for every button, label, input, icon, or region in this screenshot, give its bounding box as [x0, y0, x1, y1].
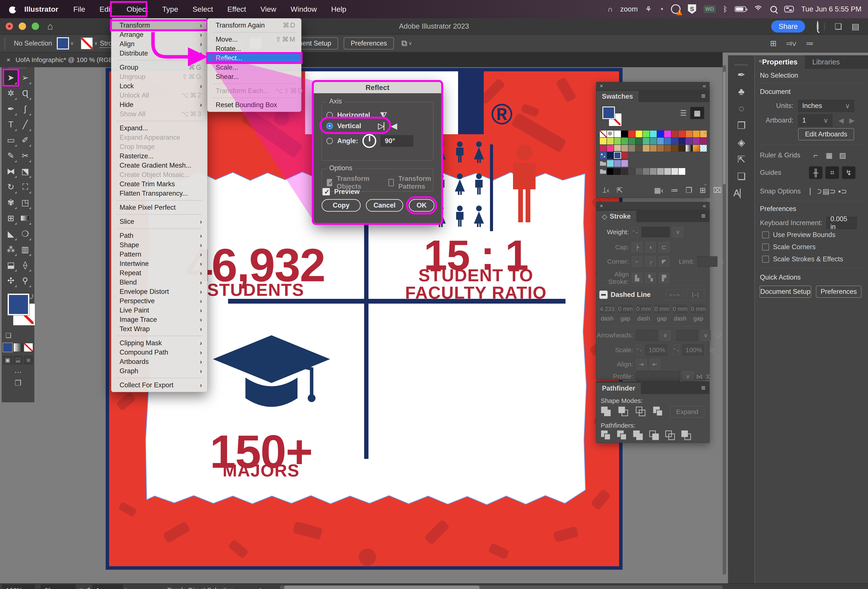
new-group-icon[interactable]: ❐ [685, 186, 692, 194]
headphones-icon[interactable]: ∩ [608, 5, 613, 13]
cancel-button[interactable]: Cancel [366, 199, 403, 212]
menu-item[interactable]: Arrange › [111, 30, 207, 39]
prev-artboard-icon[interactable]: ◀ [838, 116, 844, 124]
list-view-icon[interactable]: ☰ [676, 107, 690, 119]
swatch[interactable] [621, 145, 628, 152]
menu-bar-item[interactable]: Help [324, 0, 353, 18]
rulers-icon[interactable]: ⌐ [809, 149, 822, 162]
show-guides-icon[interactable]: ╫ [809, 166, 822, 179]
swatch[interactable] [635, 168, 642, 175]
transform-patterns-checkbox[interactable] [388, 179, 394, 186]
dash-field[interactable]: 4.233 [599, 304, 615, 314]
unite-icon[interactable] [601, 406, 612, 417]
fill-color-swatch[interactable] [7, 294, 29, 315]
swatch[interactable] [693, 130, 700, 137]
menu-item[interactable]: Blend › [111, 278, 207, 287]
menu-item[interactable]: Transform Each... ⌥⇧⌘D [207, 86, 301, 96]
swatch[interactable] [621, 152, 628, 159]
swatch[interactable] [621, 137, 628, 145]
trim-icon[interactable] [617, 430, 628, 441]
menu-item[interactable]: Image Trace › [111, 315, 207, 324]
snap-grid-icon[interactable]: ▤⊃ [822, 185, 836, 197]
menu-item[interactable]: Envelope Distort › [111, 287, 207, 296]
swatch[interactable] [664, 137, 671, 145]
swatch[interactable] [628, 168, 635, 175]
zoom-window-button[interactable] [32, 22, 39, 30]
swatch-gradient-bw[interactable] [685, 145, 693, 152]
dropdown-icon[interactable]: ∨ [660, 330, 670, 340]
scale-end-field[interactable]: 100% [683, 345, 704, 355]
swatch[interactable] [693, 137, 700, 145]
menu-item[interactable]: Repeat › [111, 268, 207, 278]
menu-item[interactable]: Unlock All ⌥⌘2 [111, 91, 207, 100]
dropdown-icon[interactable]: ∨ [700, 330, 711, 340]
swatch[interactable] [650, 145, 657, 152]
symbols-dock-icon[interactable]: ♣ [728, 83, 754, 100]
creative-cloud-icon[interactable] [671, 4, 681, 14]
edit-artboards-button[interactable]: Edit Artboards [798, 128, 854, 140]
curvature-tool[interactable]: ʃ [18, 101, 32, 117]
slice-tool[interactable]: ⟠ [18, 257, 32, 273]
swatch[interactable] [614, 160, 621, 167]
swatch[interactable] [671, 137, 678, 145]
checkbox[interactable] [762, 256, 769, 263]
arrowhead-end-select[interactable] [677, 330, 697, 340]
hand-tool[interactable]: ✣ [4, 273, 18, 289]
artboard-select[interactable]: 1∨ [798, 114, 833, 127]
new-swatch-icon[interactable]: ⊞ [700, 186, 706, 194]
swap-arrowheads-icon[interactable]: ⇄ [716, 331, 722, 340]
checkbox[interactable] [762, 231, 769, 239]
symbol-sprayer-tool[interactable]: ⁂ [4, 241, 18, 257]
eyedropper-tool[interactable]: ◣ [4, 226, 18, 241]
menu-item[interactable]: Clipping Mask › [111, 338, 207, 348]
angle-radio[interactable] [326, 138, 333, 144]
zoom-level-select[interactable]: 100%∨ [2, 585, 35, 589]
select-similar-dock-icon[interactable]: ◌ [728, 100, 754, 117]
swatch-gradient-orange[interactable] [693, 145, 700, 152]
menu-item[interactable]: Perspective › [111, 296, 207, 306]
menu-item[interactable]: Slice › [111, 217, 207, 226]
preview-checkbox[interactable] [322, 188, 330, 195]
delete-swatch-icon[interactable]: ⌧ [713, 186, 722, 194]
swatch-group-folder[interactable] [599, 160, 607, 167]
swatch[interactable] [628, 145, 635, 152]
menu-bar-item[interactable]: File [66, 0, 93, 18]
swatch[interactable] [685, 130, 693, 137]
spotlight-search-icon[interactable] [771, 6, 777, 12]
swatch[interactable] [607, 160, 614, 167]
grid-view-icon[interactable]: ▦ [690, 107, 704, 119]
angle-dial[interactable] [362, 134, 376, 148]
swatch-pattern-floral[interactable] [599, 152, 607, 159]
swatch[interactable] [599, 145, 607, 152]
minimize-window-button[interactable] [19, 22, 26, 30]
pen-tool[interactable]: ✒ [4, 101, 18, 117]
swatch[interactable] [621, 168, 628, 175]
magic-wand-tool[interactable]: ✲ [4, 85, 18, 101]
ok-button[interactable]: OK [409, 199, 434, 212]
menu-item[interactable]: Rotate... [207, 44, 301, 53]
swatch[interactable] [642, 168, 650, 175]
swatch[interactable] [657, 145, 664, 152]
lock-guides-icon[interactable]: ⌗ [825, 166, 839, 179]
swatch[interactable] [614, 145, 621, 152]
units-select[interactable]: Inches∨ [798, 100, 854, 112]
dashed-line-checkbox[interactable] [599, 291, 608, 299]
menu-bar-item[interactable]: Select [185, 0, 220, 18]
shaper-tool[interactable]: ✾ [4, 195, 18, 211]
dash-preset-1-icon[interactable]: ⌐–¬ [666, 289, 683, 300]
panel-menu-icon[interactable]: ≡ [697, 212, 709, 220]
isolate-icon[interactable]: ⧉ [401, 38, 407, 48]
export-dock-icon[interactable]: ⇱ [728, 151, 754, 168]
swatch[interactable] [657, 168, 664, 175]
menu-item[interactable]: Reflect... [207, 53, 301, 63]
fill-swatch[interactable] [57, 37, 69, 49]
type-tool[interactable]: T [4, 117, 18, 132]
menu-item[interactable]: Hide › [111, 100, 207, 109]
swatch[interactable] [635, 145, 642, 152]
swatch[interactable] [650, 137, 657, 145]
intersect-icon[interactable] [635, 406, 647, 417]
weight-field[interactable] [641, 227, 670, 237]
artboard-nav-select[interactable]: 1∨ [93, 585, 123, 589]
menu-item[interactable]: Align › [111, 39, 207, 49]
antivirus-icon[interactable]: S [688, 4, 696, 14]
